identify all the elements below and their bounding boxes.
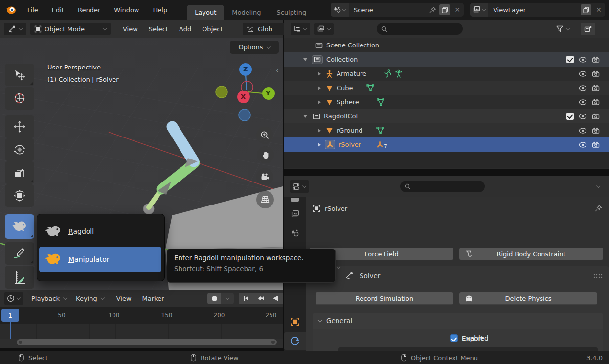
hide-eye-icon[interactable] <box>579 99 587 105</box>
play-reverse-button[interactable] <box>268 293 283 304</box>
tab-partial-icon[interactable] <box>291 198 299 202</box>
outliner-row-cube[interactable]: Cube <box>284 81 609 95</box>
editor-type-button[interactable] <box>4 23 26 35</box>
render-camera-icon[interactable] <box>592 113 600 119</box>
scene-name[interactable]: Scene <box>354 6 429 14</box>
timeline-menu-keying[interactable]: Keying <box>73 295 108 302</box>
mesh-data-icon[interactable] <box>366 84 375 92</box>
properties-search-input[interactable] <box>400 181 485 192</box>
collection-checkbox[interactable] <box>566 56 574 63</box>
zoom-view-button[interactable] <box>256 127 273 144</box>
solver-expand-chevron[interactable] <box>337 265 340 269</box>
options-dropdown[interactable]: Options <box>230 41 279 54</box>
expand-triangle[interactable] <box>303 58 307 61</box>
workspace-tab-sculpting[interactable]: Sculpting <box>269 5 314 20</box>
tool-transform[interactable] <box>5 184 34 207</box>
playhead[interactable] <box>10 320 11 339</box>
viewport-menu-add[interactable]: Add <box>174 25 197 33</box>
mesh-data-icon[interactable] <box>377 98 385 106</box>
tool-ragdoll[interactable] <box>5 214 34 239</box>
expand-triangle[interactable] <box>318 100 321 104</box>
hide-eye-icon[interactable] <box>579 142 587 148</box>
menu-help[interactable]: Help <box>146 0 175 20</box>
region-collapse-chevron[interactable]: ‹ <box>276 67 279 74</box>
render-camera-icon[interactable] <box>592 141 600 148</box>
pose-icon[interactable] <box>395 69 403 78</box>
outliner-row-scene-collection[interactable]: Scene Collection <box>284 38 609 52</box>
timeline-track[interactable] <box>0 324 283 339</box>
outliner-row-collection[interactable]: Collection <box>284 52 609 67</box>
export-checkbox[interactable] <box>450 335 458 342</box>
render-camera-icon[interactable] <box>592 127 600 134</box>
outliner-row-sphere[interactable]: Sphere <box>284 95 609 109</box>
menu-render[interactable]: Render <box>71 0 107 20</box>
hide-eye-icon[interactable] <box>579 85 587 91</box>
blender-logo-icon[interactable] <box>5 4 17 16</box>
outliner-row-armature[interactable]: Armature <box>284 67 609 81</box>
scene-copy-button[interactable] <box>439 4 450 15</box>
timeline-menu-marker[interactable]: Marker <box>139 295 167 302</box>
auto-keying-record-button[interactable] <box>207 293 221 304</box>
tab-scene[interactable] <box>284 224 306 242</box>
general-subpanel-header[interactable]: General <box>313 313 603 329</box>
outliner-search-input[interactable] <box>377 23 463 35</box>
prev-keyframe-button[interactable] <box>253 293 268 304</box>
expand-triangle[interactable] <box>318 129 321 133</box>
scene-unlink-button[interactable]: ✕ <box>451 6 464 14</box>
render-camera-icon[interactable] <box>592 56 600 63</box>
popup-item-ragdoll[interactable]: Ragdoll <box>39 219 161 244</box>
timeline-menu-playback[interactable]: Playback <box>28 295 70 302</box>
viewlayer-browse-button[interactable] <box>470 3 488 17</box>
tool-select-tweak[interactable] <box>5 64 34 86</box>
tab-physics-active[interactable] <box>284 332 306 350</box>
hide-eye-icon[interactable] <box>579 114 587 119</box>
outliner-filter-collection-dropdown[interactable] <box>314 23 334 35</box>
outliner-display-mode-dropdown[interactable] <box>291 23 310 35</box>
menu-file[interactable]: File <box>21 0 45 20</box>
mode-dropdown[interactable]: Object Mode <box>30 23 111 35</box>
ragdoll-data-icon[interactable] <box>376 141 383 148</box>
camera-view-button[interactable] <box>256 168 273 185</box>
tool-cursor[interactable] <box>5 87 34 110</box>
hide-eye-icon[interactable] <box>579 57 587 63</box>
tool-annotate[interactable] <box>5 242 34 265</box>
popup-item-manipulator[interactable]: Manipulator <box>39 247 161 272</box>
panel-grip-icon[interactable] <box>593 274 603 278</box>
jump-to-start-button[interactable] <box>239 293 253 304</box>
outliner-row-ragdollcol[interactable]: RagdollCol <box>284 109 609 123</box>
collection-checkbox[interactable] <box>566 113 574 120</box>
workspace-tab-layout[interactable]: Layout <box>187 5 224 20</box>
viewlayer-name[interactable]: ViewLayer <box>493 6 580 14</box>
rigid-body-constraint-button[interactable]: Rigid Body Constraint <box>459 248 603 260</box>
viewport-menu-view[interactable]: View <box>117 25 143 33</box>
partial-value-field[interactable] <box>338 347 598 351</box>
tool-move[interactable] <box>5 115 34 138</box>
viewlayer-remove-button[interactable]: ✕ <box>592 6 605 14</box>
expand-triangle[interactable] <box>318 143 321 147</box>
outliner-row-rground[interactable]: rGround <box>284 123 609 137</box>
outliner-row-rsolver-selected[interactable]: rSolver 7 <box>284 137 609 152</box>
pin-id-icon[interactable] <box>594 205 602 212</box>
gizmo-neg-y[interactable] <box>216 86 227 98</box>
menu-window[interactable]: Window <box>107 0 146 20</box>
timeline-menu-view[interactable]: View <box>113 295 135 302</box>
mesh-data-icon[interactable] <box>376 126 384 135</box>
pose-icon[interactable] <box>384 69 392 78</box>
viewport-menu-object[interactable]: Object <box>197 25 228 33</box>
toggle-ortho-button[interactable] <box>256 191 274 208</box>
properties-options-chevron[interactable] <box>596 184 600 188</box>
render-camera-icon[interactable] <box>592 99 600 105</box>
viewport-menu-select[interactable]: Select <box>143 25 174 33</box>
properties-editor-type-button[interactable] <box>290 180 309 193</box>
menu-edit[interactable]: Edit <box>45 0 71 20</box>
breadcrumb-object-name[interactable]: rSolver <box>325 205 347 212</box>
solver-panel-header[interactable]: Solver <box>345 272 380 280</box>
hide-eye-icon[interactable] <box>579 128 587 134</box>
pin-icon[interactable] <box>429 6 436 14</box>
workspace-tab-modeling[interactable]: Modeling <box>224 5 269 20</box>
navigation-gizmo[interactable]: Z Y X <box>214 60 278 123</box>
record-simulation-button[interactable]: Record Simulation <box>316 292 453 305</box>
expand-triangle[interactable] <box>318 86 321 90</box>
render-camera-icon[interactable] <box>592 70 600 77</box>
render-camera-icon[interactable] <box>592 85 600 91</box>
